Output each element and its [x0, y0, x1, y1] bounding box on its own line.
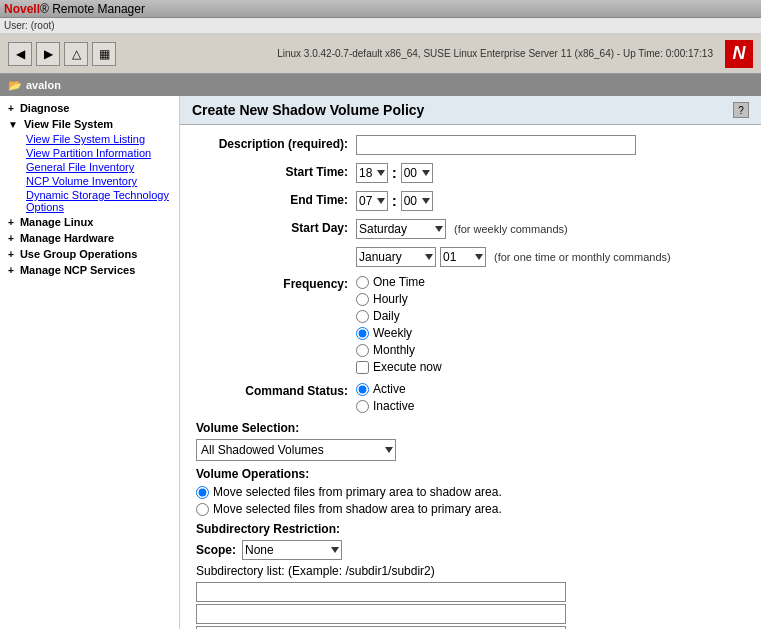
time-colon-1: : [392, 165, 397, 181]
status-active-row: Active [356, 382, 414, 396]
start-day-label: Start Day: [196, 219, 356, 235]
scope-row: Scope: None [196, 540, 745, 560]
frequency-row: Frequency: One Time Hourly D [196, 275, 745, 374]
freq-daily-label: Daily [373, 309, 400, 323]
command-status-section: Active Inactive [356, 382, 414, 413]
sidebar-manage-hardware[interactable]: + Manage Hardware [0, 230, 179, 246]
sidebar: + Diagnose ▼ View File System View File … [0, 96, 180, 629]
volume-selection-select[interactable]: All Shadowed Volumes [196, 439, 396, 461]
vol-op1-label: Move selected files from primary area to… [213, 485, 502, 499]
volume-ops-heading: Volume Operations: [196, 467, 745, 481]
execute-now-row: Execute now [356, 360, 442, 374]
freq-monthly-row: Monthly [356, 343, 442, 357]
status-active-radio[interactable] [356, 383, 369, 396]
month-day-spacer [196, 247, 356, 249]
novell-brand: Novell [4, 2, 40, 16]
sidebar-manage-linux-label: Manage Linux [20, 216, 93, 228]
toolbar-btn-back[interactable]: ◀ [8, 42, 32, 66]
sidebar-vfs-links: View File System Listing View Partition … [8, 132, 179, 214]
sidebar-manage-linux[interactable]: + Manage Linux [0, 214, 179, 230]
start-day-select[interactable]: Saturday [356, 219, 446, 239]
user-label: User: (root) [4, 20, 55, 31]
group-ops-expand-icon: + [8, 249, 14, 260]
execute-now-label: Execute now [373, 360, 442, 374]
freq-onetime-radio[interactable] [356, 276, 369, 289]
end-hour-select[interactable]: 07 [356, 191, 388, 211]
page-title: Create New Shadow Volume Policy [192, 102, 424, 118]
toolbar-btn-grid[interactable]: ▦ [92, 42, 116, 66]
sidebar-link-vfs-listing[interactable]: View File System Listing [8, 132, 179, 146]
scope-select[interactable]: None [242, 540, 342, 560]
command-status-controls: Active Inactive [356, 382, 414, 413]
server-info: Linux 3.0.42-0.7-default x86_64, SUSE Li… [277, 48, 713, 59]
freq-onetime-label: One Time [373, 275, 425, 289]
month-select[interactable]: January [356, 247, 436, 267]
sidebar-manage-ncp-label: Manage NCP Services [20, 264, 135, 276]
start-time-controls: 18 : 00 [356, 163, 433, 183]
sidebar-link-dst-options[interactable]: Dynamic Storage Technology Options [8, 188, 179, 214]
day-select[interactable]: 01 [440, 247, 486, 267]
description-controls [356, 135, 636, 155]
frequency-section: One Time Hourly Daily Weekly [356, 275, 442, 374]
help-icon[interactable]: ? [733, 102, 749, 118]
vol-op2-radio[interactable] [196, 503, 209, 516]
start-minute-select[interactable]: 00 [401, 163, 433, 183]
freq-hourly-radio[interactable] [356, 293, 369, 306]
vol-op2-label: Move selected files from shadow area to … [213, 502, 502, 516]
freq-weekly-row: Weekly [356, 326, 442, 340]
weekly-note: (for weekly commands) [454, 223, 568, 235]
sidebar-link-vfs-inventory[interactable]: General File Inventory [8, 160, 179, 174]
sidebar-link-vfs-partition[interactable]: View Partition Information [8, 146, 179, 160]
start-time-row: Start Time: 18 : 00 [196, 163, 745, 183]
sidebar-diagnose[interactable]: + Diagnose [0, 100, 179, 116]
manage-hw-expand-icon: + [8, 233, 14, 244]
command-status-row: Command Status: Active Inactive [196, 382, 745, 413]
status-inactive-radio[interactable] [356, 400, 369, 413]
freq-daily-radio[interactable] [356, 310, 369, 323]
subdir-list-label: Subdirectory list: (Example: /subdir1/su… [196, 564, 435, 578]
product-name: Remote Manager [49, 2, 145, 16]
subdir-input-2[interactable] [196, 604, 566, 624]
sidebar-manage-ncp[interactable]: + Manage NCP Services [0, 262, 179, 278]
description-input[interactable] [356, 135, 636, 155]
scope-label: Scope: [196, 543, 236, 557]
vol-op1-row: Move selected files from primary area to… [196, 485, 745, 499]
freq-hourly-label: Hourly [373, 292, 408, 306]
toolbar-btn-home[interactable]: △ [64, 42, 88, 66]
registered-mark: ® [40, 2, 49, 16]
end-time-controls: 07 : 00 [356, 191, 433, 211]
volume-ops-section: Volume Operations: Move selected files f… [196, 467, 745, 516]
toolbar-btn-forward[interactable]: ▶ [36, 42, 60, 66]
month-day-controls: January 01 (for one time or monthly comm… [356, 247, 671, 267]
subdir-input-1[interactable] [196, 582, 566, 602]
frequency-controls: One Time Hourly Daily Weekly [356, 275, 442, 374]
execute-now-checkbox[interactable] [356, 361, 369, 374]
volume-selection-heading: Volume Selection: [196, 421, 745, 435]
command-status-label: Command Status: [196, 382, 356, 398]
freq-monthly-radio[interactable] [356, 344, 369, 357]
servername-row: 📂 avalon [0, 74, 761, 96]
status-inactive-label: Inactive [373, 399, 414, 413]
status-active-label: Active [373, 382, 406, 396]
content-header: Create New Shadow Volume Policy ? [180, 96, 761, 125]
start-day-row: Start Day: Saturday (for weekly commands… [196, 219, 745, 239]
sidebar-use-group-ops[interactable]: + Use Group Operations [0, 246, 179, 262]
toolbar: ◀ ▶ △ ▦ Linux 3.0.42-0.7-default x86_64,… [0, 34, 761, 74]
manage-ncp-expand-icon: + [8, 265, 14, 276]
start-hour-select[interactable]: 18 [356, 163, 388, 183]
vol-op1-radio[interactable] [196, 486, 209, 499]
freq-daily-row: Daily [356, 309, 442, 323]
vol-op2-row: Move selected files from shadow area to … [196, 502, 745, 516]
manage-linux-expand-icon: + [8, 217, 14, 228]
description-label: Description (required): [196, 135, 356, 151]
freq-weekly-radio[interactable] [356, 327, 369, 340]
time-colon-2: : [392, 193, 397, 209]
sidebar-manage-hw-label: Manage Hardware [20, 232, 114, 244]
sidebar-view-file-system[interactable]: ▼ View File System [0, 116, 179, 132]
freq-monthly-label: Monthly [373, 343, 415, 357]
sidebar-link-ncp-volume[interactable]: NCP Volume Inventory [8, 174, 179, 188]
freq-onetime-row: One Time [356, 275, 442, 289]
end-minute-select[interactable]: 00 [401, 191, 433, 211]
sidebar-diagnose-label: Diagnose [20, 102, 70, 114]
main-layout: + Diagnose ▼ View File System View File … [0, 96, 761, 629]
